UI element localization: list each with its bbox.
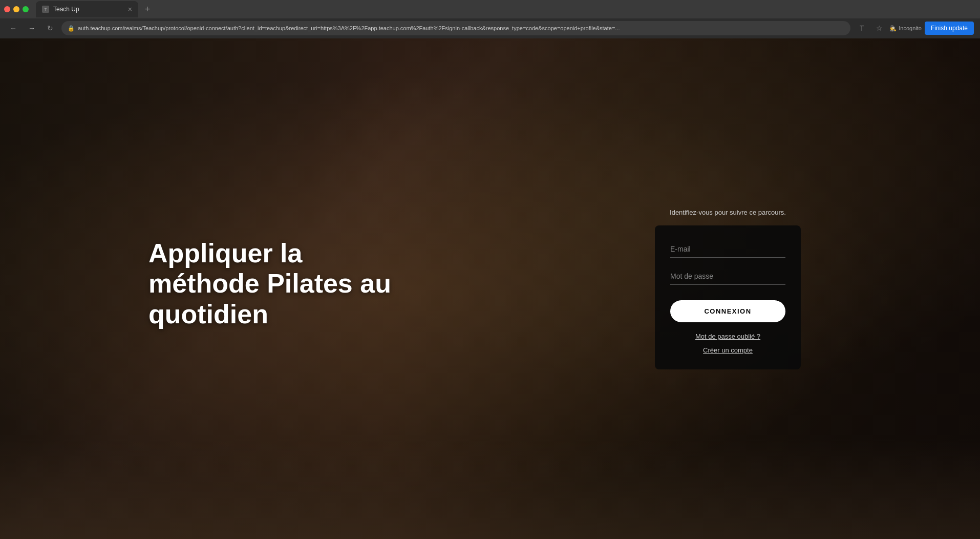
tab-favicon: T <box>42 6 49 13</box>
tab-title: Teach Up <box>53 6 79 13</box>
tab-close-button[interactable]: × <box>128 5 132 13</box>
incognito-label: Incognito <box>899 25 922 31</box>
translate-icon[interactable]: T <box>855 21 869 35</box>
email-input[interactable] <box>670 241 785 258</box>
page-content: Appliquer la méthode Pilates au quotidie… <box>0 38 980 539</box>
lock-icon: 🔒 <box>68 25 75 32</box>
finish-update-button[interactable]: Finish update <box>925 22 974 35</box>
login-subtitle: Identifiez-vous pour suivre ce parcours. <box>670 209 786 216</box>
login-form-container: Identifiez-vous pour suivre ce parcours.… <box>655 209 801 369</box>
maximize-traffic-light[interactable] <box>23 6 29 12</box>
back-button[interactable]: ← <box>6 21 20 35</box>
password-field-wrapper <box>670 268 785 285</box>
new-tab-button[interactable]: + <box>140 2 155 16</box>
nav-actions: T ☆ 🕵 Incognito Finish update <box>855 21 974 35</box>
password-input[interactable] <box>670 268 785 285</box>
minimize-traffic-light[interactable] <box>13 6 19 12</box>
email-field-wrapper <box>670 241 785 258</box>
address-bar[interactable]: 🔒 auth.teachup.com/realms/Teachup/protoc… <box>61 21 850 35</box>
incognito-badge: 🕵 Incognito <box>889 25 922 32</box>
tagline-line2: quotidien <box>148 299 268 329</box>
incognito-icon: 🕵 <box>889 25 897 32</box>
background-figure <box>0 38 980 539</box>
browser-chrome: T Teach Up × + ← → ↻ 🔒 auth.teachup.com/… <box>0 0 980 38</box>
reload-button[interactable]: ↻ <box>43 21 57 35</box>
forward-button[interactable]: → <box>25 21 39 35</box>
close-traffic-light[interactable] <box>4 6 10 12</box>
page-tagline: Appliquer la méthode Pilates au quotidie… <box>148 238 415 330</box>
tab-bar: T Teach Up × + <box>0 0 980 18</box>
bookmark-icon[interactable]: ☆ <box>872 21 886 35</box>
active-tab[interactable]: T Teach Up × <box>36 1 138 17</box>
tagline-line1: Appliquer la méthode Pilates au <box>148 238 391 299</box>
login-form: CONNEXION Mot de passe oublié ? Créer un… <box>655 225 801 369</box>
create-account-link[interactable]: Créer un compte <box>670 346 785 354</box>
forgot-password-link[interactable]: Mot de passe oublié ? <box>670 333 785 340</box>
login-button[interactable]: CONNEXION <box>670 300 785 322</box>
address-text: auth.teachup.com/realms/Teachup/protocol… <box>78 25 844 31</box>
nav-bar: ← → ↻ 🔒 auth.teachup.com/realms/Teachup/… <box>0 18 980 38</box>
traffic-lights <box>4 6 29 12</box>
